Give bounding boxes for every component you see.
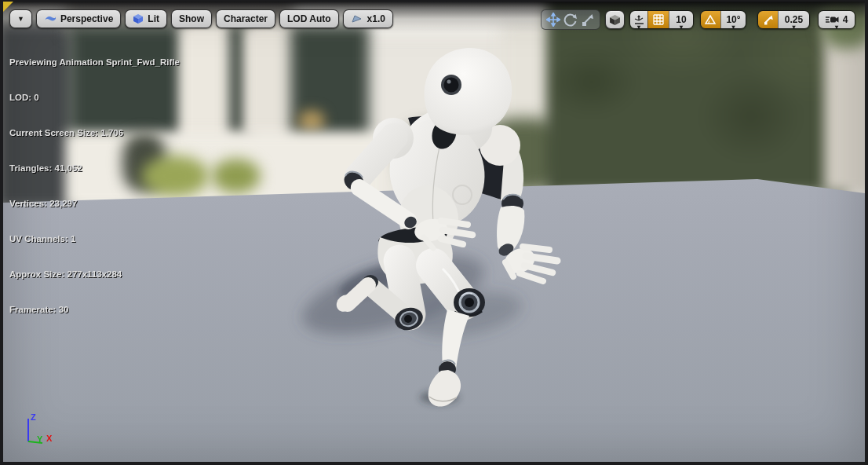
transform-tools-group	[541, 9, 600, 30]
caret-down-icon: ▼	[17, 16, 24, 23]
lit-label: Lit	[148, 13, 159, 24]
play-speed-icon	[351, 14, 363, 24]
stats-line: Current Screen Size: 1.706	[9, 127, 180, 139]
axis-x-label: X	[46, 434, 53, 443]
viewport-toolbar-right: ▾ 10 ▾	[541, 9, 855, 30]
rotation-snap-value-button[interactable]: 10° ▾	[720, 11, 746, 28]
scale-snap-value-button[interactable]: 0.25 ▾	[778, 11, 809, 28]
scale-snap-icon	[763, 14, 774, 25]
viewport-options-button[interactable]: ▼	[9, 9, 32, 28]
caret-down-icon: ▾	[835, 24, 838, 29]
lit-mode-button[interactable]: Lit	[125, 9, 167, 28]
lod-label: LOD Auto	[287, 13, 331, 24]
grid-icon	[653, 14, 664, 25]
camera-speed-button[interactable]: 4 ▾	[819, 11, 855, 28]
scale-tool-icon[interactable]	[581, 13, 595, 27]
axis-y-label: Y	[37, 434, 43, 444]
character-label: Character	[224, 13, 268, 24]
stats-line: Vertices: 23,297	[9, 198, 180, 210]
show-menu-button[interactable]: Show	[171, 9, 212, 28]
rotation-snap-group: 10° ▾	[700, 10, 746, 29]
camera-speed-group: 4 ▾	[818, 10, 855, 29]
stats-line: Framerate: 30	[9, 304, 180, 316]
stats-line: UV Channels: 1	[9, 233, 180, 245]
caret-down-icon: ▾	[792, 24, 795, 29]
grid-snap-value-button[interactable]: 10 ▾	[669, 11, 693, 28]
axis-z-label: Z	[31, 412, 36, 422]
rotation-snap-toggle[interactable]	[701, 11, 720, 28]
viewport-toolbar-left: ▼ Perspective Lit Show Character LOD Aut…	[9, 9, 393, 28]
axis-gizmo: Z Y X	[22, 408, 69, 452]
coordinate-system-button[interactable]	[605, 10, 625, 29]
angle-snap-icon	[705, 14, 717, 25]
playback-speed-label: x1.0	[367, 13, 385, 24]
show-label: Show	[179, 13, 204, 24]
lod-auto-button[interactable]: LOD Auto	[279, 9, 339, 28]
perspective-button[interactable]: Perspective	[36, 9, 121, 28]
character-menu-button[interactable]: Character	[216, 9, 275, 28]
stats-line: Triangles: 41,052	[9, 163, 180, 174]
surface-snap-button[interactable]: ▾	[630, 11, 647, 28]
grid-snap-group: ▾ 10 ▾	[629, 10, 694, 29]
playback-speed-button[interactable]: x1.0	[343, 9, 393, 28]
stats-line: LOD: 0	[9, 92, 180, 104]
stats-line: Previewing Animation Sprint_Fwd_Rifle	[9, 57, 180, 68]
scale-snap-group: 0.25 ▾	[757, 10, 810, 29]
world-cube-icon	[609, 14, 621, 26]
stats-line: Approx Size: 277x113x284	[9, 269, 180, 280]
camera-speed-value: 4	[843, 14, 848, 25]
preview-stats: Previewing Animation Sprint_Fwd_Rifle LO…	[9, 33, 180, 339]
caret-down-icon: ▾	[637, 24, 640, 29]
scale-snap-toggle[interactable]	[758, 11, 778, 28]
perspective-icon	[44, 14, 57, 24]
rotate-tool-icon[interactable]	[563, 13, 578, 27]
animation-preview-viewport[interactable]: ▼ Perspective Lit Show Character LOD Aut…	[3, 2, 865, 462]
lit-cube-icon	[133, 13, 144, 24]
viewport-frame: ▼ Perspective Lit Show Character LOD Aut…	[0, 0, 868, 465]
grid-snap-toggle[interactable]	[647, 11, 669, 28]
caret-down-icon: ▾	[731, 24, 735, 29]
translate-tool-icon[interactable]	[546, 13, 560, 27]
perspective-label: Perspective	[60, 13, 113, 24]
caret-down-icon: ▾	[680, 24, 683, 29]
